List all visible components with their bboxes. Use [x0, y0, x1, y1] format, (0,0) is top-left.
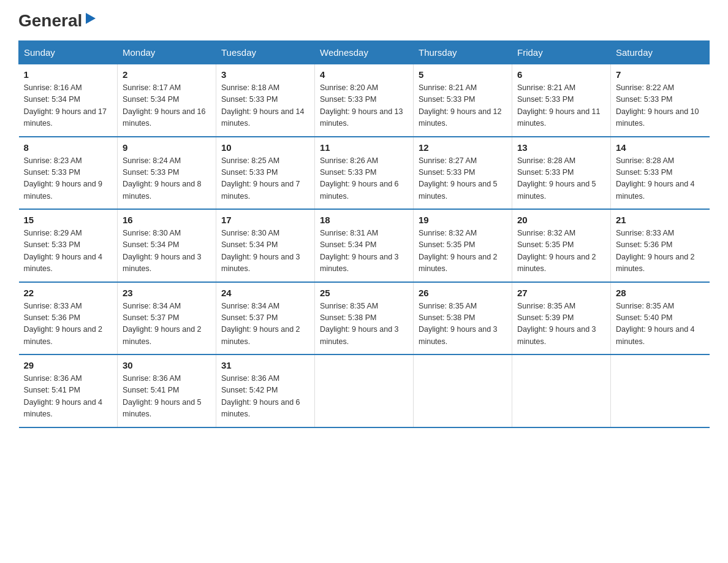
calendar-cell: 27Sunrise: 8:35 AMSunset: 5:39 PMDayligh… — [512, 282, 611, 355]
day-number: 31 — [221, 360, 309, 370]
calendar-week-row: 15Sunrise: 8:29 AMSunset: 5:33 PMDayligh… — [19, 209, 710, 282]
logo: General — [18, 12, 97, 28]
cell-sun-info: Sunrise: 8:36 AMSunset: 5:41 PMDaylight:… — [24, 373, 113, 421]
day-number: 2 — [123, 69, 211, 80]
calendar-cell: 3Sunrise: 8:18 AMSunset: 5:33 PMDaylight… — [216, 64, 315, 137]
calendar-cell: 15Sunrise: 8:29 AMSunset: 5:33 PMDayligh… — [19, 209, 118, 282]
day-number: 26 — [419, 288, 507, 298]
cell-sun-info: Sunrise: 8:34 AMSunset: 5:37 PMDaylight:… — [221, 301, 309, 348]
cell-sun-info: Sunrise: 8:21 AMSunset: 5:33 PMDaylight:… — [419, 82, 507, 130]
cell-sun-info: Sunrise: 8:21 AMSunset: 5:33 PMDaylight:… — [517, 82, 605, 130]
calendar-cell: 24Sunrise: 8:34 AMSunset: 5:37 PMDayligh… — [216, 282, 315, 355]
day-number: 5 — [419, 69, 507, 80]
cell-sun-info: Sunrise: 8:24 AMSunset: 5:33 PMDaylight:… — [123, 155, 211, 203]
weekday-header-tuesday: Tuesday — [216, 41, 315, 64]
cell-sun-info: Sunrise: 8:27 AMSunset: 5:33 PMDaylight:… — [419, 155, 507, 203]
cell-sun-info: Sunrise: 8:29 AMSunset: 5:33 PMDaylight:… — [24, 228, 113, 275]
cell-sun-info: Sunrise: 8:23 AMSunset: 5:33 PMDaylight:… — [24, 155, 113, 203]
day-number: 12 — [419, 142, 507, 153]
day-number: 24 — [221, 288, 309, 298]
calendar-cell: 23Sunrise: 8:34 AMSunset: 5:37 PMDayligh… — [118, 282, 216, 355]
day-number: 7 — [616, 69, 705, 80]
calendar-cell: 20Sunrise: 8:32 AMSunset: 5:35 PMDayligh… — [512, 209, 611, 282]
cell-sun-info: Sunrise: 8:32 AMSunset: 5:35 PMDaylight:… — [419, 228, 507, 275]
day-number: 21 — [616, 215, 705, 225]
day-number: 11 — [320, 142, 408, 153]
cell-sun-info: Sunrise: 8:18 AMSunset: 5:33 PMDaylight:… — [221, 82, 309, 130]
cell-sun-info: Sunrise: 8:34 AMSunset: 5:37 PMDaylight:… — [123, 301, 211, 348]
calendar-cell: 18Sunrise: 8:31 AMSunset: 5:34 PMDayligh… — [315, 209, 414, 282]
day-number: 17 — [221, 215, 309, 225]
calendar-cell: 7Sunrise: 8:22 AMSunset: 5:33 PMDaylight… — [611, 64, 710, 137]
day-number: 27 — [517, 288, 605, 298]
calendar-cell: 31Sunrise: 8:36 AMSunset: 5:42 PMDayligh… — [216, 354, 315, 427]
calendar-cell: 12Sunrise: 8:27 AMSunset: 5:33 PMDayligh… — [414, 137, 512, 210]
calendar-week-row: 8Sunrise: 8:23 AMSunset: 5:33 PMDaylight… — [19, 137, 710, 210]
calendar-cell: 6Sunrise: 8:21 AMSunset: 5:33 PMDaylight… — [512, 64, 611, 137]
calendar-cell: 8Sunrise: 8:23 AMSunset: 5:33 PMDaylight… — [19, 137, 118, 210]
calendar-cell: 13Sunrise: 8:28 AMSunset: 5:33 PMDayligh… — [512, 137, 611, 210]
cell-sun-info: Sunrise: 8:36 AMSunset: 5:42 PMDaylight:… — [221, 373, 309, 421]
weekday-header-saturday: Saturday — [611, 41, 710, 64]
cell-sun-info: Sunrise: 8:31 AMSunset: 5:34 PMDaylight:… — [320, 228, 408, 275]
cell-sun-info: Sunrise: 8:36 AMSunset: 5:41 PMDaylight:… — [123, 373, 211, 421]
weekday-header-monday: Monday — [118, 41, 216, 64]
calendar-cell: 4Sunrise: 8:20 AMSunset: 5:33 PMDaylight… — [315, 64, 414, 137]
cell-sun-info: Sunrise: 8:25 AMSunset: 5:33 PMDaylight:… — [221, 155, 309, 203]
cell-sun-info: Sunrise: 8:33 AMSunset: 5:36 PMDaylight:… — [24, 301, 113, 348]
weekday-header-thursday: Thursday — [414, 41, 512, 64]
day-number: 8 — [24, 142, 113, 153]
day-number: 9 — [123, 142, 211, 153]
cell-sun-info: Sunrise: 8:35 AMSunset: 5:39 PMDaylight:… — [517, 301, 605, 348]
day-number: 1 — [24, 69, 113, 80]
cell-sun-info: Sunrise: 8:33 AMSunset: 5:36 PMDaylight:… — [616, 228, 705, 275]
calendar-cell: 5Sunrise: 8:21 AMSunset: 5:33 PMDaylight… — [414, 64, 512, 137]
day-number: 28 — [616, 288, 705, 298]
cell-sun-info: Sunrise: 8:28 AMSunset: 5:33 PMDaylight:… — [517, 155, 605, 203]
cell-sun-info: Sunrise: 8:20 AMSunset: 5:33 PMDaylight:… — [320, 82, 408, 130]
day-number: 29 — [24, 360, 113, 370]
day-number: 30 — [123, 360, 211, 370]
calendar-cell: 16Sunrise: 8:30 AMSunset: 5:34 PMDayligh… — [118, 209, 216, 282]
calendar-week-row: 22Sunrise: 8:33 AMSunset: 5:36 PMDayligh… — [19, 282, 710, 355]
calendar-table: SundayMondayTuesdayWednesdayThursdayFrid… — [18, 40, 710, 428]
calendar-cell: 28Sunrise: 8:35 AMSunset: 5:40 PMDayligh… — [611, 282, 710, 355]
weekday-header-row: SundayMondayTuesdayWednesdayThursdayFrid… — [19, 41, 710, 64]
cell-sun-info: Sunrise: 8:28 AMSunset: 5:33 PMDaylight:… — [616, 155, 705, 203]
cell-sun-info: Sunrise: 8:30 AMSunset: 5:34 PMDaylight:… — [123, 228, 211, 275]
cell-sun-info: Sunrise: 8:17 AMSunset: 5:34 PMDaylight:… — [123, 82, 211, 130]
day-number: 18 — [320, 215, 408, 225]
calendar-cell: 11Sunrise: 8:26 AMSunset: 5:33 PMDayligh… — [315, 137, 414, 210]
calendar-cell: 10Sunrise: 8:25 AMSunset: 5:33 PMDayligh… — [216, 137, 315, 210]
cell-sun-info: Sunrise: 8:22 AMSunset: 5:33 PMDaylight:… — [616, 82, 705, 130]
calendar-week-row: 1Sunrise: 8:16 AMSunset: 5:34 PMDaylight… — [19, 64, 710, 137]
calendar-cell: 21Sunrise: 8:33 AMSunset: 5:36 PMDayligh… — [611, 209, 710, 282]
cell-sun-info: Sunrise: 8:30 AMSunset: 5:34 PMDaylight:… — [221, 228, 309, 275]
day-number: 3 — [221, 69, 309, 80]
day-number: 19 — [419, 215, 507, 225]
weekday-header-sunday: Sunday — [19, 41, 118, 64]
day-number: 23 — [123, 288, 211, 298]
logo-general: General — [18, 12, 82, 29]
calendar-cell: 14Sunrise: 8:28 AMSunset: 5:33 PMDayligh… — [611, 137, 710, 210]
calendar-cell — [611, 354, 710, 427]
calendar-cell: 2Sunrise: 8:17 AMSunset: 5:34 PMDaylight… — [118, 64, 216, 137]
day-number: 25 — [320, 288, 408, 298]
calendar-cell: 19Sunrise: 8:32 AMSunset: 5:35 PMDayligh… — [414, 209, 512, 282]
calendar-week-row: 29Sunrise: 8:36 AMSunset: 5:41 PMDayligh… — [19, 354, 710, 427]
day-number: 16 — [123, 215, 211, 225]
weekday-header-friday: Friday — [512, 41, 611, 64]
cell-sun-info: Sunrise: 8:32 AMSunset: 5:35 PMDaylight:… — [517, 228, 605, 275]
cell-sun-info: Sunrise: 8:35 AMSunset: 5:38 PMDaylight:… — [419, 301, 507, 348]
cell-sun-info: Sunrise: 8:35 AMSunset: 5:38 PMDaylight:… — [320, 301, 408, 348]
day-number: 14 — [616, 142, 705, 153]
day-number: 20 — [517, 215, 605, 225]
calendar-cell — [512, 354, 611, 427]
cell-sun-info: Sunrise: 8:26 AMSunset: 5:33 PMDaylight:… — [320, 155, 408, 203]
day-number: 22 — [24, 288, 113, 298]
day-number: 10 — [221, 142, 309, 153]
logo-triangle-icon — [83, 12, 97, 25]
calendar-cell: 25Sunrise: 8:35 AMSunset: 5:38 PMDayligh… — [315, 282, 414, 355]
day-number: 13 — [517, 142, 605, 153]
cell-sun-info: Sunrise: 8:16 AMSunset: 5:34 PMDaylight:… — [24, 82, 113, 130]
